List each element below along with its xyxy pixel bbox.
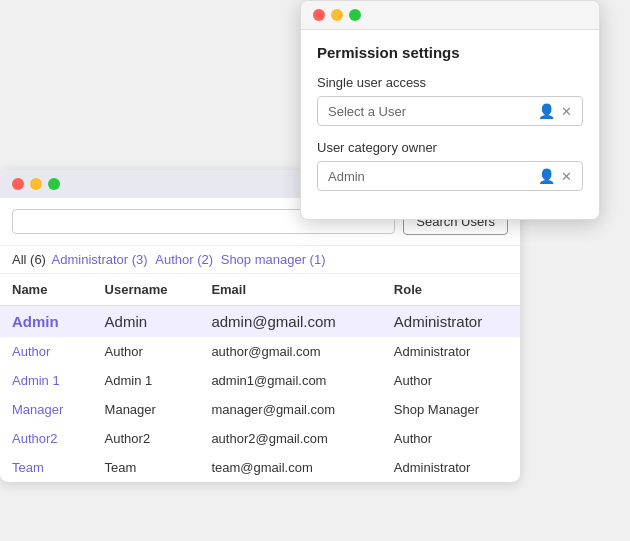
maximize-button[interactable]	[48, 178, 60, 190]
user-category-select[interactable]: Admin 👤 ✕	[317, 161, 583, 191]
user-username: Admin	[93, 306, 200, 338]
col-role: Role	[382, 274, 520, 306]
fg-minimize-button[interactable]	[331, 9, 343, 21]
user-email: team@gmail.com	[199, 453, 381, 482]
user-username: Team	[93, 453, 200, 482]
user-email: admin1@gmail.com	[199, 366, 381, 395]
table-row[interactable]: TeamTeamteam@gmail.comAdministrator	[0, 453, 520, 482]
user-role: Administrator	[382, 337, 520, 366]
user-name-link[interactable]: Team	[12, 460, 44, 475]
single-user-label: Single user access	[317, 75, 583, 90]
user-name-link[interactable]: Admin 1	[12, 373, 60, 388]
clear-single-user-icon[interactable]: ✕	[561, 104, 572, 119]
shop-manager-filter[interactable]: Shop manager (1)	[221, 252, 326, 267]
table-row[interactable]: Author2Author2author2@gmail.comAuthor	[0, 424, 520, 453]
administrator-filter[interactable]: Administrator (3)	[52, 252, 148, 267]
table-row[interactable]: ManagerManagermanager@gmail.comShop Mana…	[0, 395, 520, 424]
user-role: Author	[382, 424, 520, 453]
permission-settings-window: Permission settings Single user access S…	[300, 0, 600, 220]
fg-close-button[interactable]	[313, 9, 325, 21]
all-filter[interactable]: All (6)	[12, 252, 46, 267]
user-email: author2@gmail.com	[199, 424, 381, 453]
author-filter[interactable]: Author (2)	[155, 252, 213, 267]
table-header-row: Name Username Email Role	[0, 274, 520, 306]
user-role: Administrator	[382, 453, 520, 482]
table-row[interactable]: AdminAdminadmin@gmail.comAdministrator	[0, 306, 520, 338]
person-icon: 👤	[538, 103, 555, 119]
user-role: Administrator	[382, 306, 520, 338]
fg-titlebar	[301, 1, 599, 30]
col-email: Email	[199, 274, 381, 306]
single-user-placeholder: Select a User	[328, 104, 406, 119]
user-role: Shop Manager	[382, 395, 520, 424]
user-username: Author2	[93, 424, 200, 453]
user-username: Manager	[93, 395, 200, 424]
clear-user-category-icon[interactable]: ✕	[561, 169, 572, 184]
single-user-select[interactable]: Select a User 👤 ✕	[317, 96, 583, 126]
fg-maximize-button[interactable]	[349, 9, 361, 21]
table-row[interactable]: AuthorAuthorauthor@gmail.comAdministrato…	[0, 337, 520, 366]
user-role: Author	[382, 366, 520, 395]
user-table: Name Username Email Role AdminAdminadmin…	[0, 274, 520, 482]
close-button[interactable]	[12, 178, 24, 190]
user-email: author@gmail.com	[199, 337, 381, 366]
user-category-icons: 👤 ✕	[538, 168, 572, 184]
user-username: Author	[93, 337, 200, 366]
user-category-label: User category owner	[317, 140, 583, 155]
user-name-link[interactable]: Author	[12, 344, 50, 359]
fg-content: Permission settings Single user access S…	[301, 30, 599, 219]
user-email: admin@gmail.com	[199, 306, 381, 338]
minimize-button[interactable]	[30, 178, 42, 190]
user-name-link[interactable]: Author2	[12, 431, 58, 446]
col-name: Name	[0, 274, 93, 306]
user-username: Admin 1	[93, 366, 200, 395]
single-user-icons: 👤 ✕	[538, 103, 572, 119]
col-username: Username	[93, 274, 200, 306]
user-name-link[interactable]: Admin	[12, 313, 59, 330]
filter-row: All (6) Administrator (3) Author (2) Sho…	[0, 246, 520, 274]
user-category-value: Admin	[328, 169, 365, 184]
user-email: manager@gmail.com	[199, 395, 381, 424]
person-icon-2: 👤	[538, 168, 555, 184]
user-name-link[interactable]: Manager	[12, 402, 63, 417]
table-row[interactable]: Admin 1Admin 1admin1@gmail.comAuthor	[0, 366, 520, 395]
permission-settings-title: Permission settings	[317, 44, 583, 61]
